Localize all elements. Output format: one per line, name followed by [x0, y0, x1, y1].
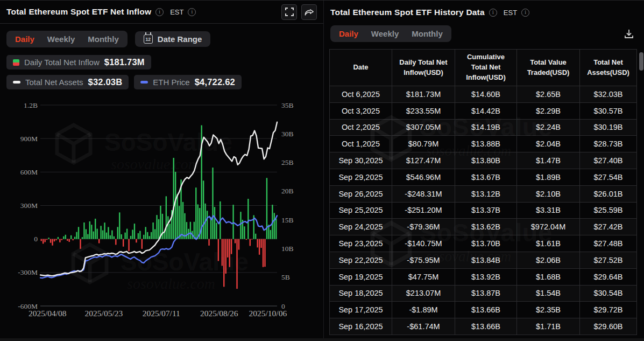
download-icon: [624, 29, 634, 39]
table-row: Sep 17,2025-$1.89M$13.66B$2.35B$29.72B: [330, 302, 637, 318]
table-row: Oct 2,2025$307.05M$14.19B$2.24B$30.19B: [330, 119, 637, 136]
svg-text:35B: 35B: [281, 101, 294, 109]
timezone-label: EST: [504, 9, 517, 17]
info-icon[interactable]: [155, 8, 164, 16]
info-icon[interactable]: [489, 9, 497, 17]
table-body: Oct 6,2025$181.73M$14.60B$2.65B$32.03BOc…: [330, 86, 637, 335]
svg-text:2025/08/26: 2025/08/26: [200, 309, 238, 318]
date-range-label: Date Range: [158, 34, 202, 44]
svg-text:0: 0: [34, 235, 38, 243]
table-row: Sep 30,2025$127.47M$13.80B$1.47B$27.40B: [330, 152, 637, 169]
table-row: Oct 6,2025$181.73M$14.60B$2.65B$32.03B: [330, 86, 637, 103]
table-row: Oct 3,2025$233.55M$14.42B$2.29B$30.57B: [330, 102, 637, 119]
interval-tabs: Daily Weekly Monthly: [330, 25, 451, 42]
table-panel-header: Total Ethereum Spot ETF History Data EST: [329, 1, 642, 24]
eth-price-value: $4,722.62: [195, 77, 235, 87]
svg-text:SoSoValue: SoSoValue: [104, 128, 232, 156]
legend-daily-net-inflow[interactable]: Daily Total Net Inflow $181.73M: [6, 55, 151, 69]
svg-text:2025/07/11: 2025/07/11: [143, 309, 180, 318]
share-icon: [305, 8, 314, 16]
svg-text:15B: 15B: [281, 216, 294, 224]
column-header: Cumulative Total Net Inflow(USD): [455, 50, 517, 86]
calendar-icon: 12: [144, 34, 153, 44]
table-row: Sep 16,2025-$61.74M$13.66B$1.71B$29.60B: [330, 318, 637, 335]
timezone-info-icon[interactable]: [188, 8, 196, 16]
table-row: Sep 22,2025-$75.95M$13.84B$2.06B$27.52B: [330, 252, 637, 268]
timezone-label: EST: [170, 8, 183, 16]
history-data-panel: Total Ethereum Spot ETF History Data EST…: [324, 1, 644, 341]
net-inflow-chart[interactable]: SoSoValuesosovalue.comSoSoValuesosovalue…: [6, 97, 317, 320]
svg-text:1.2B: 1.2B: [24, 101, 38, 109]
column-header: Total Value Traded(USD): [517, 50, 580, 86]
column-header: Daily Total Net Inflow(USD): [392, 50, 455, 86]
fullscreen-icon: [285, 8, 294, 16]
white-line-swatch-icon: [13, 81, 20, 83]
chart-controls: Daily Weekly Monthly 12 Date Range: [6, 31, 317, 47]
daily-net-inflow-value: $181.73M: [104, 57, 145, 67]
svg-text:20B: 20B: [281, 187, 294, 195]
svg-text:5B: 5B: [281, 273, 290, 281]
chart-legend: Daily Total Net Inflow $181.73M Total Ne…: [6, 55, 317, 89]
date-range-button[interactable]: 12 Date Range: [135, 31, 211, 47]
table-row: Sep 18,2025$213.07M$13.87B$1.54B$30.54B: [330, 285, 637, 302]
legend-total-net-assets[interactable]: Total Net Assets $32.03B: [6, 75, 129, 89]
tab-weekly[interactable]: Weekly: [371, 29, 399, 38]
svg-text:900M: 900M: [20, 135, 38, 143]
table-row: Sep 19,2025$47.75M$13.92B$1.68B$29.64B: [330, 268, 637, 285]
table-row: Sep 24,2025-$79.36M$13.62B$972.04M$27.42…: [330, 219, 637, 235]
svg-text:30B: 30B: [281, 130, 294, 138]
net-inflow-chart-panel: Total Ethereum Spot ETF Net Inflow EST D…: [0, 1, 324, 341]
history-table: DateDaily Total Net Inflow(USD)Cumulativ…: [329, 49, 637, 335]
timezone-info-icon[interactable]: [521, 9, 529, 17]
svg-text:600M: 600M: [20, 168, 38, 176]
legend-eth-price[interactable]: ETH Price $4,722.62: [134, 75, 242, 89]
table-scrollbar[interactable]: [639, 52, 643, 338]
svg-text:2025/04/08: 2025/04/08: [29, 309, 67, 318]
svg-text:2025/05/23: 2025/05/23: [85, 309, 123, 318]
table-row: Sep 29,2025$546.96M$13.67B$1.89B$27.54B: [330, 169, 637, 185]
svg-text:25B: 25B: [281, 158, 294, 166]
divider: [0, 23, 323, 24]
page-title: Total Ethereum Spot ETF Net Inflow: [6, 7, 151, 17]
app-root: Total Ethereum Spot ETF Net Inflow EST D…: [0, 0, 644, 341]
chart-panel-header: Total Ethereum Spot ETF Net Inflow EST: [6, 1, 317, 23]
table-header-row: DateDaily Total Net Inflow(USD)Cumulativ…: [330, 50, 637, 86]
table-row: Sep 25,2025-$251.20M$13.37B$3.31B$25.59B: [330, 202, 637, 219]
total-net-assets-value: $32.03B: [88, 77, 123, 87]
table-row: Sep 26,2025-$248.31M$13.12B$2.10B$26.01B: [330, 185, 637, 202]
table-row: Sep 23,2025-$140.75M$13.70B$1.61B$27.48B: [330, 235, 637, 252]
tab-daily[interactable]: Daily: [339, 29, 358, 38]
table-row: Oct 1,2025$80.79M$13.88B$2.04B$28.73B: [330, 136, 637, 152]
tab-daily[interactable]: Daily: [15, 34, 34, 44]
tab-monthly[interactable]: Monthly: [412, 29, 443, 38]
svg-text:-300M: -300M: [18, 268, 38, 276]
tab-monthly[interactable]: Monthly: [88, 34, 119, 44]
scrollbar-thumb[interactable]: [639, 52, 643, 71]
svg-text:300M: 300M: [20, 201, 38, 210]
horizontal-scrollbar-track[interactable]: [0, 338, 644, 341]
interval-tabs: Daily Weekly Monthly: [6, 31, 128, 47]
column-header: Date: [330, 50, 392, 86]
watermark: SoSoValuesosovalue.com: [57, 125, 232, 172]
svg-text:sosovalue.com: sosovalue.com: [111, 156, 199, 172]
fullscreen-button[interactable]: [281, 4, 297, 20]
download-button[interactable]: [624, 29, 634, 39]
bar-swatch-icon: [13, 59, 19, 66]
blue-line-swatch-icon: [140, 81, 148, 83]
svg-text:10B: 10B: [281, 245, 294, 253]
svg-text:sosovalue.com: sosovalue.com: [127, 275, 215, 292]
table-title: Total Ethereum Spot ETF History Data: [330, 8, 485, 17]
table-controls: Daily Weekly Monthly: [329, 25, 642, 42]
svg-text:2025/10/06: 2025/10/06: [249, 309, 287, 318]
column-header: Total Net Assets(USD): [580, 50, 637, 86]
tab-weekly[interactable]: Weekly: [47, 34, 75, 44]
share-button[interactable]: [301, 4, 317, 20]
